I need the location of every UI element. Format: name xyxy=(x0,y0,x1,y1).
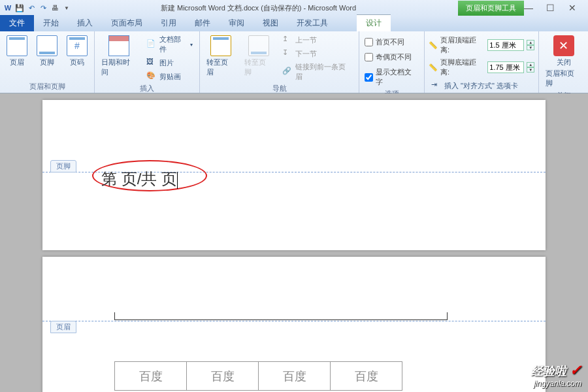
save-icon[interactable]: 💾 xyxy=(14,3,25,13)
group-position: 📏 页眉顶端距离: ▲▼ 📏 页脚底端距离: ▲▼ ⇥ 插入 "对齐方式" 选项… xyxy=(425,31,539,93)
different-odd-even-checkbox[interactable]: 奇偶页不同 xyxy=(363,52,420,63)
page-number-button[interactable]: 页码 xyxy=(64,34,90,69)
quick-parts-button[interactable]: 📄 文档部件 ▾ xyxy=(144,34,196,55)
group-insert: 日期和时间 📄 文档部件 ▾ 🖼 图片 🎨 剪贴画 插入 xyxy=(95,31,200,93)
ribbon: 页眉 页脚 页码 页眉和页脚 日期和时间 📄 文档部件 ▾ xyxy=(0,31,588,93)
tab-icon: ⇥ xyxy=(431,80,442,91)
document-page[interactable]: 页眉 百度 百度 百度 百度 xyxy=(42,257,546,392)
ruler-icon: 📏 xyxy=(429,63,438,72)
close-header-footer-button[interactable]: ✕ 关闭 页眉和页脚 xyxy=(543,34,584,90)
tab-view[interactable]: 视图 xyxy=(253,15,287,31)
link-icon: 🔗 xyxy=(282,67,293,77)
goto-header-button[interactable]: 转至页眉 xyxy=(204,34,238,78)
checkbox-icon[interactable] xyxy=(365,38,373,46)
header-icon xyxy=(7,35,27,56)
tab-developer[interactable]: 开发工具 xyxy=(287,15,337,31)
header-button[interactable]: 页眉 xyxy=(4,34,30,69)
group-header-footer: 页眉 页脚 页码 页眉和页脚 xyxy=(0,31,95,93)
page-number-icon xyxy=(67,35,88,56)
header-boundary-line xyxy=(42,321,546,321)
tab-layout[interactable]: 页面布局 xyxy=(102,15,152,31)
goto-header-icon xyxy=(210,35,231,56)
footer-from-bottom-row: 📏 页脚底端距离: ▲▼ xyxy=(429,57,534,77)
document-area[interactable]: 页脚 第 页/共 页 页眉 百度 百度 百度 百度 xyxy=(0,93,588,392)
footer-distance-input[interactable] xyxy=(487,61,524,73)
link-previous-button[interactable]: 🔗 链接到前一条页眉 xyxy=(280,61,355,82)
footer-icon xyxy=(37,35,57,56)
tab-file[interactable]: 文件 xyxy=(0,15,34,31)
checkbox-icon[interactable] xyxy=(365,53,373,61)
spin-down-icon[interactable]: ▼ xyxy=(527,67,534,73)
goto-footer-button[interactable]: 转至页脚 xyxy=(242,34,276,78)
dropdown-icon: ▾ xyxy=(190,42,193,48)
ruler-icon: 📏 xyxy=(429,41,438,50)
header-rule-line xyxy=(114,312,448,320)
quickparts-icon: 📄 xyxy=(146,39,157,50)
next-icon: ↧ xyxy=(282,48,293,59)
table-row: 百度 百度 百度 百度 xyxy=(115,362,402,391)
print-icon[interactable]: 🖶 xyxy=(50,3,60,13)
spin-down-icon[interactable]: ▼ xyxy=(527,45,534,50)
footer-button[interactable]: 页脚 xyxy=(34,34,60,69)
text-cursor xyxy=(177,172,178,189)
tab-references[interactable]: 引用 xyxy=(152,15,186,31)
insert-alignment-tab-button[interactable]: ⇥ 插入 "对齐方式" 选项卡 xyxy=(429,80,534,91)
table-cell[interactable]: 百度 xyxy=(187,362,259,391)
tab-design[interactable]: 设计 xyxy=(357,14,391,31)
window-title: 新建 Microsoft Word 文档.docx (自动保存的) - Micr… xyxy=(72,3,445,13)
group-close: ✕ 关闭 页眉和页脚 关闭 xyxy=(539,31,588,93)
close-x-icon: ✕ xyxy=(553,35,574,56)
document-table[interactable]: 百度 百度 百度 百度 xyxy=(114,361,402,391)
header-from-top-row: 📏 页眉顶端距离: ▲▼ xyxy=(429,35,534,55)
calendar-icon xyxy=(108,35,129,56)
watermark: 经验啦 ✓ jingyanla.com xyxy=(531,362,581,388)
minimize-icon[interactable]: — xyxy=(524,3,534,13)
group-options: 首页不同 奇偶页不同 显示文档文字 选项 xyxy=(359,31,425,93)
clipart-icon: 🎨 xyxy=(146,71,157,82)
tab-insert[interactable]: 插入 xyxy=(68,15,102,31)
document-page[interactable]: 页脚 第 页/共 页 xyxy=(42,100,546,250)
spin-up-icon[interactable]: ▲ xyxy=(527,62,534,67)
previous-section-button[interactable]: ↥ 上一节 xyxy=(280,34,355,46)
group-label-hf: 页眉和页脚 xyxy=(4,80,90,93)
spin-up-icon[interactable]: ▲ xyxy=(527,40,534,45)
title-bar: W 💾 ↶ ↷ 🖶 ▼ 新建 Microsoft Word 文档.docx (自… xyxy=(0,0,588,16)
prev-icon: ↥ xyxy=(282,35,293,45)
different-first-page-checkbox[interactable]: 首页不同 xyxy=(363,37,420,48)
redo-icon[interactable]: ↷ xyxy=(38,3,48,13)
tab-home[interactable]: 开始 xyxy=(34,15,68,31)
clipart-button[interactable]: 🎨 剪贴画 xyxy=(144,71,196,82)
ribbon-tabs: 文件 开始 插入 页面布局 引用 邮件 审阅 视图 开发工具 设计 xyxy=(0,16,588,31)
tab-review[interactable]: 审阅 xyxy=(220,15,253,31)
next-section-button[interactable]: ↧ 下一节 xyxy=(280,48,355,59)
undo-icon[interactable]: ↶ xyxy=(26,3,37,13)
quick-access-toolbar: W 💾 ↶ ↷ 🖶 ▼ xyxy=(3,3,72,13)
table-cell[interactable]: 百度 xyxy=(115,362,187,391)
goto-footer-icon xyxy=(248,35,269,56)
header-tag: 页眉 xyxy=(50,321,76,333)
table-cell[interactable]: 百度 xyxy=(259,362,331,391)
picture-button[interactable]: 🖼 图片 xyxy=(144,57,196,69)
check-icon: ✓ xyxy=(570,362,581,378)
close-icon[interactable]: ✕ xyxy=(568,3,579,13)
picture-icon: 🖼 xyxy=(146,57,157,68)
show-document-text-checkbox[interactable]: 显示文档文字 xyxy=(363,67,420,88)
table-cell[interactable]: 百度 xyxy=(331,362,402,391)
word-icon: W xyxy=(3,3,13,13)
window-controls: — ☐ ✕ xyxy=(524,3,585,13)
qat-dropdown-icon[interactable]: ▼ xyxy=(61,3,72,13)
date-time-button[interactable]: 日期和时间 xyxy=(99,34,140,78)
checkbox-icon[interactable] xyxy=(365,73,373,82)
context-tab-label: 页眉和页脚工具 xyxy=(458,1,524,16)
footer-text-content[interactable]: 第 页/共 页 xyxy=(101,169,178,189)
maximize-icon[interactable]: ☐ xyxy=(546,3,557,13)
group-navigation: 转至页眉 转至页脚 ↥ 上一节 ↧ 下一节 🔗 链接到前一条页眉 xyxy=(200,31,359,93)
header-distance-input[interactable] xyxy=(487,39,524,51)
tab-mailings[interactable]: 邮件 xyxy=(186,15,220,31)
footer-tag: 页脚 xyxy=(50,160,76,172)
